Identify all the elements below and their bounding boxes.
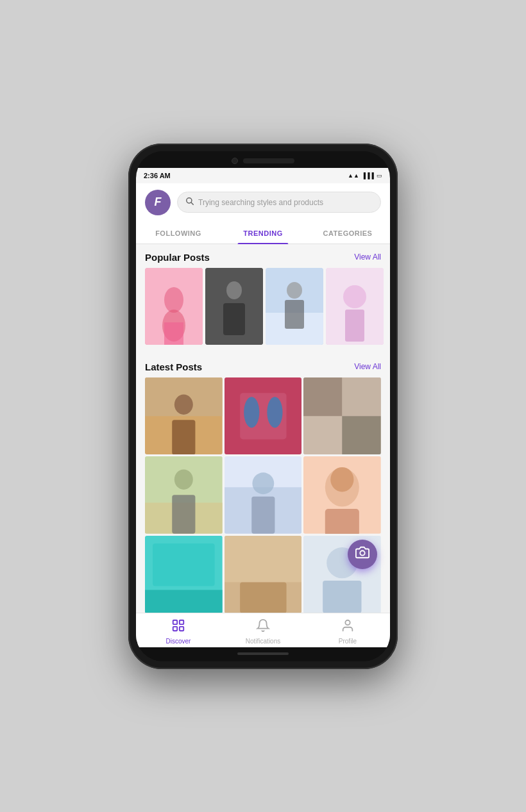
svg-rect-42 [145,590,223,612]
nav-label-profile: Profile [339,638,357,645]
camera-dot [232,158,238,164]
status-icons: ▲▲ ▐▐▐ ▭ [348,172,382,179]
svg-point-39 [331,467,354,492]
svg-rect-28 [343,416,381,454]
wifi-icon: ▲▲ [348,172,359,179]
phone-inner: 2:36 AM ▲▲ ▐▐▐ ▭ F Trying [136,151,390,661]
popular-posts-title: Popular Posts [145,252,210,263]
svg-line-1 [191,203,193,204]
svg-rect-5 [164,322,183,345]
popular-posts-header: Popular Posts View All [136,244,390,268]
list-item[interactable] [145,268,203,345]
list-item[interactable] [326,268,384,345]
profile-icon [341,618,355,636]
signal-icon: ▐▐▐ [362,172,374,179]
svg-rect-52 [180,620,183,624]
svg-point-31 [174,470,193,490]
list-item[interactable] [266,268,323,345]
discover-icon [171,618,185,636]
list-item[interactable] [225,536,302,613]
list-item[interactable] [225,377,302,455]
svg-point-18 [174,394,193,414]
search-bar[interactable]: Trying searching styles and products [177,192,381,213]
svg-rect-53 [173,626,177,630]
svg-point-23 [267,397,282,427]
list-item[interactable] [303,377,381,455]
list-item[interactable] [205,268,263,345]
svg-point-14 [343,285,366,308]
svg-rect-15 [345,310,364,342]
latest-posts-grid [136,377,390,613]
svg-rect-54 [180,626,183,630]
scroll-area[interactable]: Popular Posts View All [136,244,390,613]
popular-posts-view-all[interactable]: View All [354,253,381,261]
svg-point-11 [287,282,302,299]
svg-rect-43 [153,543,215,586]
svg-rect-8 [223,303,245,335]
camera-area [232,158,294,164]
list-item[interactable] [145,456,223,534]
svg-rect-12 [285,300,304,329]
svg-rect-19 [172,420,195,454]
list-item[interactable] [145,536,223,613]
bottom-nav: Discover Notifications [136,613,390,647]
home-indicator [237,652,289,655]
camera-fab-icon [355,545,369,563]
status-bar: 2:36 AM ▲▲ ▐▐▐ ▭ [136,168,390,183]
nav-label-notifications: Notifications [246,638,280,645]
battery-icon: ▭ [377,172,382,179]
list-item[interactable] [145,377,223,455]
svg-point-50 [360,551,364,555]
svg-point-3 [164,287,183,313]
svg-rect-26 [343,377,381,416]
svg-rect-27 [303,416,342,454]
app-header: F Trying searching styles and products [136,183,390,222]
tab-following[interactable]: FOLLOWING [136,222,221,244]
app-logo: F [145,190,171,215]
svg-rect-40 [325,509,359,534]
svg-point-35 [252,473,274,495]
search-icon [185,197,194,208]
svg-rect-45 [225,536,302,582]
svg-rect-36 [251,497,275,534]
svg-point-7 [226,281,242,299]
latest-posts-view-all[interactable]: View All [354,362,381,371]
latest-posts-header: Latest Posts View All [136,354,390,377]
popular-posts-row [136,268,390,354]
tabs-bar: FOLLOWING TRENDING CATEGORIES [136,222,390,244]
search-placeholder-text: Trying searching styles and products [198,198,323,207]
notifications-icon [256,618,270,636]
svg-point-55 [345,620,350,624]
nav-label-discover: Discover [166,638,191,645]
list-item[interactable] [225,456,302,534]
svg-rect-32 [172,495,195,534]
svg-point-22 [244,397,259,427]
nav-item-notifications[interactable]: Notifications [221,618,305,645]
bottom-bezel [136,647,390,661]
screen-content: F Trying searching styles and products F… [136,183,390,647]
svg-rect-51 [173,620,177,624]
svg-rect-49 [323,581,361,613]
tab-trending[interactable]: TRENDING [221,222,305,244]
speaker-grille [243,158,294,163]
latest-posts-title: Latest Posts [145,361,202,372]
tab-categories[interactable]: CATEGORIES [305,222,390,244]
svg-rect-46 [240,582,286,612]
nav-item-discover[interactable]: Discover [136,618,221,645]
nav-item-profile[interactable]: Profile [305,618,390,645]
phone-frame: 2:36 AM ▲▲ ▐▐▐ ▭ F Trying [128,144,398,669]
svg-rect-25 [303,377,342,416]
camera-fab-button[interactable] [348,540,377,569]
top-bezel [136,151,390,168]
status-time: 2:36 AM [144,172,171,179]
list-item[interactable] [303,456,381,534]
